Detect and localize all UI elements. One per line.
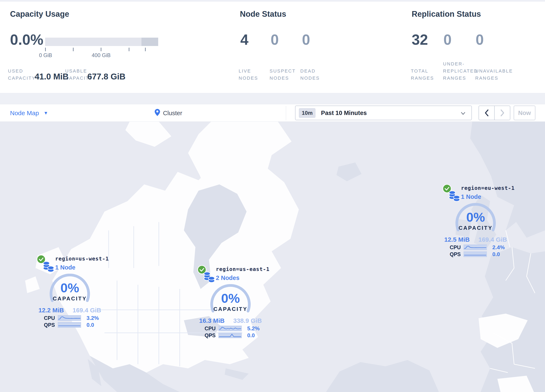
used-capacity-value: 41.0 MiB: [35, 72, 68, 81]
database-stack-icon: [203, 271, 216, 285]
region-marker-eu-west-1[interactable]: region=eu-west-1 1 Node 0% CAPACITY 12.5…: [440, 181, 511, 257]
capacity-tick: [101, 48, 101, 51]
region-used-capacity: 12.2 MiB: [38, 307, 64, 314]
qps-sparkline: [58, 322, 81, 328]
gauge-percent: 0%: [209, 291, 252, 306]
time-range-dropdown[interactable]: 10m Past 10 Minutes: [295, 106, 472, 120]
cpu-value: 3.2%: [87, 315, 99, 321]
view-selector-dropdown[interactable]: Node Map ▼: [10, 104, 48, 122]
cpu-label: CPU: [44, 315, 58, 321]
qps-label: QPS: [450, 251, 464, 257]
time-nav-group: [478, 106, 510, 120]
gauge-capacity-label: CAPACITY: [446, 225, 505, 231]
region-used-capacity: 16.3 MiB: [199, 317, 225, 324]
region-name: region=us-east-1: [216, 266, 270, 272]
qps-value: 0.0: [87, 322, 94, 328]
qps-value: 0.0: [247, 332, 255, 339]
qps-value: 0.0: [492, 251, 500, 258]
capacity-tick: [73, 48, 74, 51]
cpu-sparkline: [218, 326, 242, 331]
cpu-sparkline: [464, 245, 487, 250]
breadcrumb-label: Cluster: [163, 110, 182, 117]
view-selector-label: Node Map: [10, 110, 39, 117]
database-stack-icon: [448, 190, 461, 203]
region-name: region=us-west-1: [55, 256, 109, 262]
capacity-gauge: 0% CAPACITY: [49, 274, 91, 305]
capacity-tick-label: 0 GiB: [39, 52, 52, 58]
now-button[interactable]: Now: [514, 106, 535, 120]
gauge-capacity-label: CAPACITY: [201, 306, 260, 312]
gauge-capacity-label: CAPACITY: [40, 295, 99, 302]
time-next-button[interactable]: [494, 106, 510, 120]
region-total-capacity: 169.4 GiB: [478, 236, 507, 243]
qps-sparkline: [464, 251, 487, 257]
region-total-capacity: 338.9 GiB: [233, 317, 262, 324]
total-ranges-label: TOTAL RANGES: [411, 68, 437, 82]
cpu-label: CPU: [204, 325, 218, 332]
replication-status-title: Replication Status: [412, 10, 481, 19]
live-nodes-label: LIVE NODES: [239, 68, 264, 82]
qps-label: QPS: [204, 332, 218, 338]
breadcrumb[interactable]: Cluster: [155, 104, 182, 122]
capacity-usage-title: Capacity Usage: [10, 10, 69, 19]
region-marker-us-west-1[interactable]: region=us-west-1 1 Node 0% CAPACITY 12.2…: [35, 252, 105, 328]
suspect-nodes-label: SUSPECT NODES: [270, 68, 298, 82]
capacity-tick: [145, 48, 146, 51]
usable-capacity-value: 677.8 GiB: [87, 72, 125, 81]
unavailable-ranges-label: UNAVAILABLE RANGES: [475, 68, 515, 82]
map-toolbar: Node Map ▼ Cluster 10m Past 10 Minutes: [0, 104, 545, 122]
node-map[interactable]: region=us-west-1 1 Node 0% CAPACITY 12.2…: [0, 122, 545, 392]
cpu-value: 5.2%: [247, 325, 260, 332]
capacity-tick: [129, 48, 129, 51]
gauge-percent: 0%: [49, 280, 91, 295]
qps-label: QPS: [44, 322, 58, 328]
gauge-percent: 0%: [454, 210, 497, 224]
under-replicated-ranges-label: UNDER-REPLICATED RANGES: [443, 60, 481, 82]
chevron-down-icon: [461, 112, 466, 116]
region-node-count: 1 Node: [55, 264, 75, 271]
cluster-summary-panel: Capacity Usage 0.0% 0 GiB 400 GiB USED C…: [0, 2, 545, 93]
node-status-title: Node Status: [240, 10, 286, 19]
chevron-down-icon: ▼: [43, 110, 48, 116]
location-pin-icon: [155, 109, 160, 118]
time-range-label: Past 10 Minutes: [321, 110, 367, 117]
cpu-sparkline: [58, 315, 81, 321]
capacity-tick: [45, 48, 46, 51]
suspect-nodes-value: 0: [271, 31, 279, 48]
used-capacity-label: USED CAPACITY: [8, 68, 36, 82]
toolbar-divider: [286, 106, 286, 120]
capacity-bar: [45, 38, 158, 46]
cpu-label: CPU: [450, 244, 464, 250]
total-ranges-value: 32: [412, 31, 428, 48]
capacity-gauge: 0% CAPACITY: [454, 203, 497, 234]
region-name: region=eu-west-1: [461, 185, 515, 191]
region-total-capacity: 169.4 GiB: [73, 307, 101, 314]
region-node-count: 2 Nodes: [216, 274, 240, 281]
dead-nodes-label: DEAD NODES: [300, 68, 325, 82]
live-nodes-value: 4: [240, 31, 248, 48]
capacity-bar-used-segment: [142, 38, 158, 46]
qps-sparkline: [218, 333, 242, 338]
capacity-percent: 0.0%: [10, 31, 43, 48]
cpu-value: 2.4%: [492, 244, 505, 251]
database-stack-icon: [42, 260, 55, 274]
region-marker-us-east-1[interactable]: region=us-east-1 2 Nodes 0% CAPACITY 16.…: [195, 262, 266, 338]
region-node-count: 1 Node: [461, 193, 481, 200]
capacity-gauge: 0% CAPACITY: [209, 284, 252, 316]
time-prev-button[interactable]: [479, 106, 494, 120]
under-replicated-ranges-value: 0: [443, 31, 452, 48]
dead-nodes-value: 0: [302, 31, 310, 48]
region-used-capacity: 12.5 MiB: [444, 236, 470, 243]
unavailable-ranges-value: 0: [476, 31, 484, 48]
time-range-badge: 10m: [299, 108, 316, 118]
capacity-tick-label: 400 GiB: [92, 52, 111, 58]
